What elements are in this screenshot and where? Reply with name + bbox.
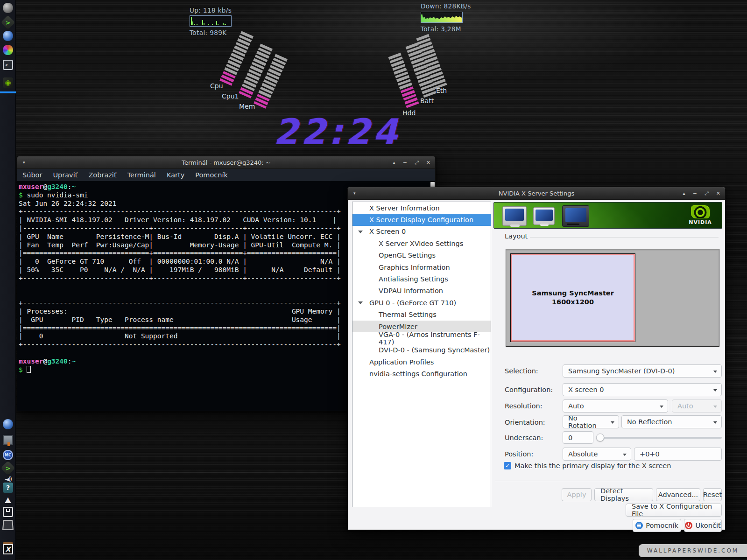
nvidia-logo: NVIDIA xyxy=(685,205,715,225)
tree-item-gpu-0[interactable]: GPU 0 - (GeForce GT 710) xyxy=(352,297,491,308)
network-globe-icon[interactable] xyxy=(3,419,13,429)
save-to-x-configuration-file-button[interactable]: Save to X Configuration File xyxy=(626,504,722,517)
terminal-window-title: Terminál - mxuser@g3240: ~ xyxy=(182,159,270,166)
shade-icon[interactable]: ▴ xyxy=(683,190,685,196)
chevron-down-icon xyxy=(713,389,717,392)
monitor-icon xyxy=(533,207,555,225)
eject-icon[interactable]: ▲ xyxy=(3,495,13,505)
underscan-spinbox[interactable]: 0 xyxy=(563,431,593,444)
net-down-graph-plot xyxy=(421,12,462,22)
configuration-label: Configuration: xyxy=(505,386,553,393)
tree-item-x-server-information[interactable]: X Server Information xyxy=(352,202,491,214)
close-icon[interactable]: ✕ xyxy=(426,160,430,166)
selection-dropdown[interactable]: Samsung SyncMaster (DVI-D-0) xyxy=(563,364,722,378)
net-up-graph-plot xyxy=(190,16,231,26)
tree-item-thermal-settings[interactable]: Thermal Settings xyxy=(352,309,491,321)
menu-terminal[interactable]: Terminál xyxy=(127,171,156,179)
nvidia-eye-icon xyxy=(691,205,710,218)
close-icon[interactable]: ✕ xyxy=(716,190,720,196)
mx-tools-icon[interactable]: > xyxy=(0,461,15,475)
tree-item-vga-0[interactable]: VGA-0 - (Arnos Instruments F-417) xyxy=(352,332,491,344)
expander-icon[interactable] xyxy=(358,301,363,304)
weather-globe-icon[interactable] xyxy=(3,3,13,13)
minimize-icon[interactable]: − xyxy=(403,160,407,166)
position-mode-dropdown[interactable]: Absolute xyxy=(563,448,631,461)
rotation-dropdown[interactable]: No Rotation xyxy=(563,415,619,428)
menu-tabs[interactable]: Karty xyxy=(167,171,184,179)
net-up-total: Total: 989K xyxy=(190,29,226,36)
active-app-indicator xyxy=(0,91,16,93)
help-icon[interactable]: ? xyxy=(3,483,13,493)
checkbox-checked-icon[interactable]: ✓ xyxy=(504,462,511,469)
primary-display-checkbox-label[interactable]: Make this the primary display for the X … xyxy=(514,462,671,469)
menu-edit[interactable]: Upraviť xyxy=(53,171,78,179)
display-settings-icon[interactable] xyxy=(3,435,13,445)
terminal-titlebar[interactable]: ▾ Terminál - mxuser@g3240: ~ ▴ − ⤢ ✕ xyxy=(17,156,435,169)
advanced-button[interactable]: Advanced... xyxy=(656,488,700,501)
maximize-icon[interactable]: ⤢ xyxy=(705,190,709,196)
dock-panel: > >_ ◉ MC > ◄)) ? ▲ X xyxy=(0,0,16,560)
tree-item-vdpau-information[interactable]: VDPAU Information xyxy=(352,285,491,297)
monitor-icon xyxy=(502,206,527,226)
mx-launcher-icon[interactable]: > xyxy=(0,15,15,29)
tree-item-x-server-display-configuration[interactable]: X Server Display Configuration xyxy=(352,214,491,225)
reflection-dropdown[interactable]: No Reflection xyxy=(621,415,722,428)
net-down-total: Total: 3,28M xyxy=(421,25,461,33)
net-up-label: Up: 118 kb/s xyxy=(190,7,232,14)
chevron-down-icon xyxy=(713,406,717,408)
package-icon[interactable] xyxy=(2,520,14,530)
window-menu-icon[interactable]: ▾ xyxy=(23,160,25,165)
chevron-down-icon xyxy=(623,454,627,456)
terminal-launcher-icon[interactable]: >_ xyxy=(3,60,13,70)
terminal-menubar: Súbor Upraviť Zobraziť Terminál Karty Po… xyxy=(17,169,435,181)
tree-item-opengl-settings[interactable]: OpenGL Settings xyxy=(352,250,491,261)
reset-button[interactable]: Reset xyxy=(703,488,722,501)
cpu-meter-label: Cpu xyxy=(210,82,223,90)
resolution-dropdown[interactable]: Auto xyxy=(563,399,668,413)
configuration-dropdown[interactable]: X screen 0 xyxy=(563,383,722,396)
tree-item-antialiasing-settings[interactable]: Antialiasing Settings xyxy=(352,273,491,285)
underscan-slider-track[interactable] xyxy=(600,437,722,439)
terminal-cursor xyxy=(27,366,31,373)
menu-file[interactable]: Súbor xyxy=(22,171,42,179)
maximize-icon[interactable]: ⤢ xyxy=(415,160,419,166)
tree-item-nvidia-settings-configuration[interactable]: nvidia-settings Configuration xyxy=(352,368,491,379)
menu-view[interactable]: Zobraziť xyxy=(88,171,116,179)
shade-icon[interactable]: ▴ xyxy=(393,160,395,166)
layout-frame-label: Layout xyxy=(505,232,528,240)
tree-item-graphics-information[interactable]: Graphics Information xyxy=(352,261,491,273)
menu-help[interactable]: Pomocník xyxy=(195,171,228,179)
position-offset-field[interactable]: +0+0 xyxy=(634,448,722,461)
nvidia-titlebar[interactable]: ▾ NVIDIA X Server Settings ▴ − ⤢ ✕ xyxy=(348,187,725,200)
refresh-rate-dropdown: Auto xyxy=(672,399,722,413)
quit-button[interactable]: Ukončiť xyxy=(684,519,722,532)
web-browser-icon[interactable] xyxy=(3,31,13,41)
chevron-down-icon xyxy=(660,406,663,408)
underscan-label: Underscan: xyxy=(505,434,543,441)
detect-displays-button[interactable]: Detect Displays xyxy=(594,488,653,501)
underscan-slider-knob[interactable] xyxy=(596,434,604,441)
monitor-icon xyxy=(562,205,589,227)
x11-icon[interactable]: X xyxy=(3,544,13,554)
help-book-icon xyxy=(635,522,643,529)
window-menu-icon[interactable]: ▾ xyxy=(353,191,356,196)
cpu1-meter-label: Cpu1 xyxy=(222,92,239,100)
midnight-commander-icon[interactable]: MC xyxy=(3,450,13,460)
display-rectangle[interactable]: Samsung SyncMaster 747x560 xyxy=(511,254,635,342)
minimize-icon[interactable]: − xyxy=(693,190,697,196)
media-wheel-icon[interactable] xyxy=(3,45,13,55)
layout-canvas[interactable]: Samsung SyncMaster 747x560 xyxy=(506,249,719,347)
help-button[interactable]: Pomocník xyxy=(633,519,681,532)
orientation-label: Orientation: xyxy=(505,419,545,426)
tree-item-xvideo-settings[interactable]: X Server XVideo Settings xyxy=(352,238,491,249)
expander-icon[interactable] xyxy=(358,231,363,233)
nvidia-settings-window: ▾ NVIDIA X Server Settings ▴ − ⤢ ✕ X Ser… xyxy=(347,187,726,530)
apply-button: Apply xyxy=(562,488,592,501)
tree-item-dvi-d-0[interactable]: DVI-D-0 - (Samsung SyncMaster) xyxy=(352,344,491,356)
port-icon[interactable] xyxy=(3,507,13,517)
layout-frame-line xyxy=(530,237,719,238)
nvidia-app-icon[interactable]: ◉ xyxy=(3,77,13,88)
tree-item-application-profiles[interactable]: Application Profiles xyxy=(352,356,491,368)
nvidia-window-title: NVIDIA X Server Settings xyxy=(499,190,574,197)
tree-item-x-screen-0[interactable]: X Screen 0 xyxy=(352,226,491,238)
